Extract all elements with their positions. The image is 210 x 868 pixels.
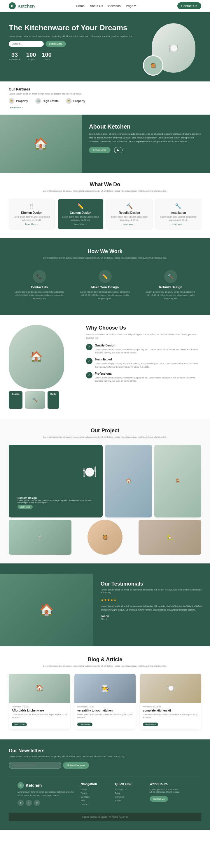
about-play-button[interactable]: ▶ bbox=[114, 147, 123, 153]
blog-text-3: Lorem ipsum dolor sit amet, consectetur … bbox=[143, 713, 198, 719]
rebuild-step-icon: 🔨 bbox=[164, 270, 177, 283]
newsletter-email-input[interactable] bbox=[9, 762, 61, 769]
footer-nav-blog[interactable]: Blog bbox=[80, 799, 109, 802]
hero-stat-project: 100 Project bbox=[26, 52, 36, 61]
why-item-professional-content: Professional Lorem ipsum dolor sit amet,… bbox=[95, 372, 201, 383]
how-we-work-title: How We Work bbox=[9, 248, 201, 254]
blog-img-2: 👨‍🍳 bbox=[74, 674, 136, 703]
navbar: K Ketchen Home About Us Services Page ▾ … bbox=[0, 0, 210, 12]
why-item-quality-content: Quality Design Lorem ipsum dolor sit ame… bbox=[95, 344, 201, 354]
about-image-inner: 🏠 bbox=[0, 115, 82, 173]
design-step-text: Lorem ipsum dolor sit amet, consectetur … bbox=[79, 290, 131, 300]
project-img-3: 🪑 bbox=[154, 445, 201, 518]
kitchen-design-icon: 🍴 bbox=[12, 203, 52, 210]
services-grid: 🍴 Kitchen Design Lorem ipsum dolor sit a… bbox=[9, 199, 201, 229]
footer-nav-contact[interactable]: Contact bbox=[80, 803, 109, 806]
custom-design-learn[interactable]: Learn More → bbox=[61, 223, 101, 225]
project-featured-btn[interactable]: Learn More bbox=[18, 505, 33, 509]
newsletter-desc: Lorem ipsum dolor sit amet, consectetur … bbox=[9, 755, 201, 758]
project-row-1: 🍽️ Custom Design Lorem ipsum dolor sit a… bbox=[9, 445, 201, 518]
hero-desc: Lorem ipsum dolor sit amet, consectetur … bbox=[9, 35, 137, 38]
what-we-do-section: What We Do Lorem ipsum dolor sit amet, c… bbox=[0, 173, 210, 238]
testimonials-inner: 🏠 Our Testimonials Lorem ipsum dolor sit… bbox=[0, 574, 210, 646]
copyright-text: © 2022 Ketchen Template - All Rights Res… bbox=[82, 816, 128, 818]
service-custom-design: ✏️ Custom Design Lorem ipsum dolor sit a… bbox=[58, 199, 104, 229]
nav-cta-button[interactable]: Contact Us bbox=[177, 2, 201, 9]
footer-quick-services[interactable]: Services bbox=[115, 796, 144, 798]
why-design-label: Design bbox=[9, 391, 23, 409]
hero-search-row: Learn More bbox=[9, 41, 137, 47]
why-main-image: 🏠 bbox=[9, 325, 64, 389]
footer-navigation-col: Navigation Home Pages Services Blog Cont… bbox=[80, 782, 109, 807]
what-we-do-desc: Lorem ipsum dolor sit amet, consectetur … bbox=[9, 189, 201, 193]
footer-nav-services[interactable]: Services bbox=[80, 796, 109, 798]
footer-linkedin-icon[interactable]: in bbox=[34, 800, 40, 806]
testimonials-desc: Lorem ipsum dolor sit amet, consectetur … bbox=[101, 588, 203, 594]
partners-desc: Lorem ipsum dolor sit amet, consectetur … bbox=[9, 93, 201, 95]
footer-quick-blog[interactable]: Blog bbox=[115, 792, 144, 795]
partners-learn-more[interactable]: Learn More → bbox=[9, 106, 201, 109]
footer-quick-about[interactable]: About bbox=[115, 799, 144, 802]
stat-num-project: 100 bbox=[26, 52, 36, 58]
project-featured-title: Custom Design bbox=[18, 497, 94, 499]
installation-text: Lorem ipsum dolor sit amet, consectetur … bbox=[159, 216, 198, 222]
footer-twitter-icon[interactable]: t bbox=[26, 800, 32, 806]
rebuild-step-name: Rebuild Design bbox=[145, 285, 197, 289]
footer-work-hours-col: Work Hours Lorem ipsum dolor sit amet. U… bbox=[150, 782, 192, 807]
about-section: 🏠 About Ketchen Lorem ipsum dolor sit am… bbox=[0, 115, 210, 173]
design-step-name: Make Your Design bbox=[79, 285, 131, 289]
hero-learn-button[interactable]: Learn More bbox=[46, 41, 66, 47]
professional-text: Lorem ipsum dolor sit amet, consectetur … bbox=[95, 376, 201, 383]
blog-card-2: 👨‍🍳 November 3, 2022 versatility to your… bbox=[74, 674, 136, 729]
footer-nav-pages[interactable]: Pages bbox=[80, 792, 109, 795]
why-build-label: Build bbox=[48, 391, 59, 409]
nav-about[interactable]: About Us bbox=[90, 4, 103, 8]
newsletter-subscribe-button[interactable]: Subscribe Now bbox=[63, 762, 89, 769]
installation-icon: 🔧 bbox=[159, 203, 198, 210]
hero-title: The Kitchenware of Your Dreams bbox=[9, 23, 137, 32]
blog-btn-1[interactable]: Learn More bbox=[12, 722, 27, 726]
project-img-5: 🥘 bbox=[87, 520, 123, 555]
newsletter-section: Our Newsletters Lorem ipsum dolor sit am… bbox=[0, 739, 210, 830]
about-learn-button[interactable]: Learn More bbox=[89, 147, 110, 153]
footer-quick-contact[interactable]: Contact Us bbox=[115, 788, 144, 790]
blog-title-2: versatility to your kitchen bbox=[77, 709, 133, 712]
why-choose-section: 🏠 Design 🔨 Build Why Choose Us Lorem ips… bbox=[0, 315, 210, 419]
team-icon: ✓ bbox=[86, 358, 93, 364]
nav-home[interactable]: Home bbox=[76, 4, 85, 8]
newsletter-left: Our Newsletters Lorem ipsum dolor sit am… bbox=[9, 748, 201, 769]
footer-facebook-icon[interactable]: f bbox=[18, 800, 24, 806]
installation-learn[interactable]: Learn More → bbox=[159, 223, 198, 225]
footer-brand-text: Lorem ipsum dolor sit amet, consectetur … bbox=[18, 790, 75, 797]
partner-2-icon: 🏢 bbox=[35, 98, 41, 104]
footer-logo-text: Ketchen bbox=[26, 783, 42, 788]
partners-section: Our Partners Lorem ipsum dolor sit amet,… bbox=[0, 82, 210, 115]
footer-links: K Ketchen Lorem ipsum dolor sit amet, co… bbox=[9, 776, 201, 813]
hero-stat-experience: 33 Experience bbox=[9, 52, 20, 61]
footer-nav-home[interactable]: Home bbox=[80, 788, 109, 790]
stat-label-project: Project bbox=[26, 58, 36, 61]
hero-small-image: 🥘 bbox=[143, 55, 163, 75]
rebuild-design-text: Lorem ipsum dolor sit amet, consectetur … bbox=[110, 216, 149, 222]
rebuild-step-text: Lorem ipsum dolor sit amet, consectetur … bbox=[145, 290, 197, 300]
kitchen-design-learn[interactable]: Learn More → bbox=[12, 223, 52, 225]
how-step-rebuild: 🔨 Rebuild Design Lorem ipsum dolor sit a… bbox=[140, 266, 201, 305]
blog-img-3: 🍽️ bbox=[140, 674, 201, 703]
footer-contact-button[interactable]: Contact Us bbox=[150, 796, 168, 802]
blog-text-2: Lorem ipsum dolor sit amet, consectetur … bbox=[77, 713, 133, 719]
footer-quick-link-title: Quick Link bbox=[115, 782, 144, 786]
testimonials-content: Our Testimonials Lorem ipsum dolor sit a… bbox=[93, 574, 210, 646]
service-rebuild-design: 🔨 Rebuild Design Lorem ipsum dolor sit a… bbox=[106, 199, 153, 229]
blog-btn-2[interactable]: Learn More bbox=[77, 722, 93, 726]
project-img-6: 🏡 bbox=[138, 520, 201, 555]
nav-page[interactable]: Page ▾ bbox=[126, 4, 136, 8]
hero-search-input[interactable] bbox=[9, 41, 44, 47]
nav-services[interactable]: Services bbox=[108, 4, 121, 8]
stat-num-client: 100 bbox=[42, 52, 51, 58]
footer-navigation-title: Navigation bbox=[80, 782, 109, 786]
contact-step-name: Contact Us bbox=[13, 285, 65, 289]
blog-btn-3[interactable]: Learn More bbox=[143, 722, 158, 726]
quality-icon: ✓ bbox=[86, 344, 93, 350]
project-featured-overlay: Custom Design Lorem ipsum dolor sit amet… bbox=[15, 494, 97, 512]
rebuild-design-learn[interactable]: Learn More → bbox=[110, 223, 149, 225]
